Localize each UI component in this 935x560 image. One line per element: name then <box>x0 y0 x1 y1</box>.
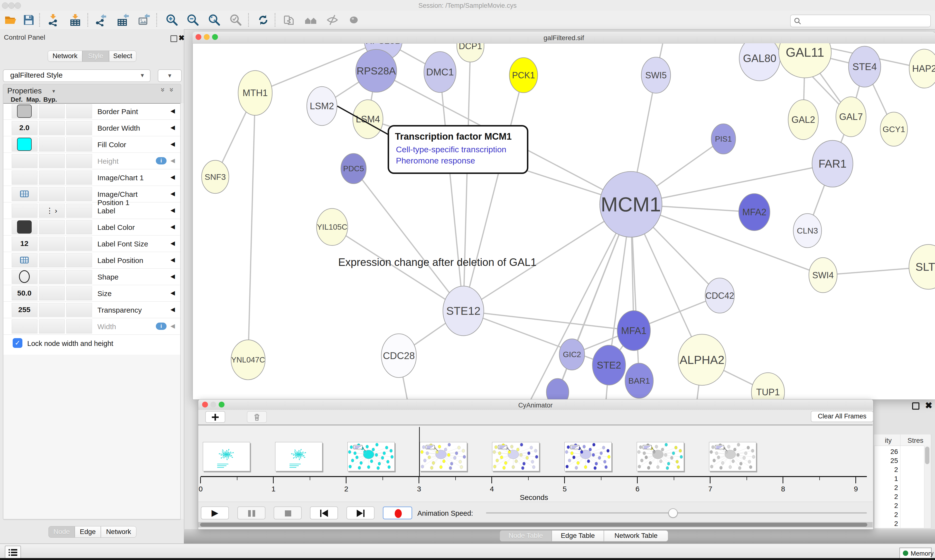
tab-network-table[interactable]: Network Table <box>604 530 668 542</box>
network-canvas[interactable]: RPS28BGAL80GAL11STE4HAP2MTH1LSM2LSM4RPS2… <box>193 43 935 399</box>
export-network-icon[interactable] <box>94 14 107 26</box>
tab-network[interactable]: Network <box>48 51 82 62</box>
zoom-in-icon[interactable] <box>165 14 178 26</box>
property-cell[interactable] <box>66 319 92 334</box>
properties-scrollbar[interactable] <box>181 103 184 519</box>
property-cell[interactable] <box>12 154 37 168</box>
panel-menu-button[interactable] <box>5 546 21 559</box>
expand-arrow-icon[interactable]: ◀ <box>170 108 177 115</box>
expand-arrow-icon[interactable]: ◀ <box>170 190 177 198</box>
property-cell[interactable] <box>39 286 65 300</box>
property-value[interactable] <box>12 137 37 151</box>
property-cell[interactable] <box>39 303 65 317</box>
close-panel-icon[interactable]: ✖ <box>179 34 185 42</box>
table-scrollbar-thumb[interactable] <box>925 447 929 464</box>
property-cell[interactable] <box>66 220 92 234</box>
property-cell[interactable] <box>12 171 37 185</box>
float-panel-icon[interactable] <box>170 35 177 42</box>
property-cell[interactable] <box>39 187 65 201</box>
tab-node-table[interactable]: Node Table <box>500 530 552 542</box>
expand-arrow-icon[interactable]: ◀ <box>170 240 177 248</box>
expand-all-icon[interactable]: » <box>168 88 176 92</box>
property-value[interactable] <box>12 270 37 283</box>
save-session-icon[interactable] <box>22 14 35 26</box>
expand-arrow-icon[interactable]: ◀ <box>170 174 177 182</box>
properties-header[interactable]: Properties <box>7 86 42 95</box>
expand-arrow-icon[interactable]: ◀ <box>170 256 177 264</box>
search-box[interactable] <box>790 15 931 27</box>
timeline-playhead[interactable] <box>419 427 420 477</box>
tab-network[interactable]: Network <box>101 526 136 538</box>
zoom-out-icon[interactable] <box>187 14 199 26</box>
tab-style[interactable]: Style <box>82 51 109 62</box>
clear-all-frames-button[interactable]: Clear All Frames <box>811 411 873 422</box>
property-cell[interactable] <box>39 319 65 334</box>
frame-thumbnail-4[interactable] <box>492 442 539 471</box>
property-value[interactable]: 12 <box>12 237 37 250</box>
tab-edge[interactable]: Edge <box>75 526 101 538</box>
cyanimator-scrollbar-thumb[interactable] <box>200 523 867 527</box>
info-icon[interactable]: i <box>156 323 167 330</box>
property-cell[interactable] <box>66 303 92 317</box>
frame-thumbnail-2[interactable] <box>347 442 395 471</box>
tab-select[interactable]: Select <box>109 51 136 62</box>
lock-size-checkbox[interactable]: ✓ <box>13 338 22 348</box>
skip-to-end-button[interactable] <box>347 506 375 519</box>
property-cell[interactable] <box>66 154 92 168</box>
property-cell[interactable] <box>39 121 65 135</box>
skip-to-start-button[interactable] <box>310 506 338 519</box>
expand-arrow-icon[interactable]: ◀ <box>170 306 177 314</box>
property-cell[interactable] <box>66 237 92 251</box>
property-cell[interactable] <box>39 154 65 168</box>
property-cell[interactable] <box>66 171 92 185</box>
frame-thumbnail-6[interactable] <box>637 442 684 471</box>
info-icon[interactable]: i <box>156 157 167 165</box>
frame-thumbnail-7[interactable] <box>709 442 756 471</box>
frame-thumbnail-3[interactable] <box>420 442 467 471</box>
property-cell[interactable] <box>39 105 65 118</box>
play-button[interactable]: ▶ <box>201 506 229 519</box>
close-table-icon[interactable]: ✖ <box>925 400 932 411</box>
memory-button[interactable]: Memory <box>900 548 932 559</box>
record-button[interactable] <box>383 506 412 519</box>
style-options-button[interactable]: ▾ <box>158 69 182 82</box>
import-network-icon[interactable] <box>47 14 59 26</box>
frame-thumbnail-0[interactable] <box>203 442 250 471</box>
property-value[interactable] <box>12 220 37 234</box>
float-table-icon[interactable] <box>912 402 920 410</box>
property-cell[interactable] <box>39 137 65 152</box>
tab-edge-table[interactable]: Edge Table <box>552 530 604 542</box>
search-input[interactable] <box>804 16 926 25</box>
property-value[interactable] <box>12 105 37 118</box>
table-column-stress[interactable]: Stres <box>907 437 923 445</box>
property-value[interactable]: ⋮ › <box>39 204 64 217</box>
frame-thumbnail-5[interactable] <box>565 442 612 471</box>
property-cell[interactable] <box>66 204 92 218</box>
property-cell[interactable] <box>12 319 37 334</box>
property-cell[interactable] <box>66 286 92 300</box>
property-cell[interactable] <box>66 270 92 284</box>
open-folder-icon[interactable] <box>5 14 17 26</box>
expand-arrow-icon[interactable]: ◀ <box>170 124 177 132</box>
property-cell[interactable] <box>39 253 65 267</box>
property-cell[interactable] <box>66 137 92 152</box>
property-value[interactable]: 255 <box>12 303 37 317</box>
property-value[interactable] <box>12 187 37 201</box>
expand-arrow-icon[interactable]: ◀ <box>170 141 177 148</box>
property-cell[interactable] <box>12 204 37 218</box>
tab-node[interactable]: Node <box>48 526 75 538</box>
export-image-icon[interactable] <box>137 14 150 26</box>
export-table-icon[interactable] <box>117 14 129 26</box>
expand-arrow-icon[interactable]: ◀ <box>170 157 177 165</box>
property-cell[interactable] <box>39 270 65 284</box>
node-BOTC[interactable] <box>546 378 569 399</box>
frame-thumbnail-1[interactable] <box>275 442 322 471</box>
refresh-layout-icon[interactable] <box>257 14 270 26</box>
annotation-link[interactable]: Pheromone response <box>396 156 475 165</box>
property-cell[interactable] <box>39 171 65 185</box>
table-column-radiality[interactable]: ity <box>874 437 892 445</box>
property-value[interactable]: 50.0 <box>12 286 37 300</box>
expand-arrow-icon[interactable]: ◀ <box>170 207 177 215</box>
import-table-icon[interactable] <box>69 14 82 26</box>
property-cell[interactable] <box>39 237 65 251</box>
